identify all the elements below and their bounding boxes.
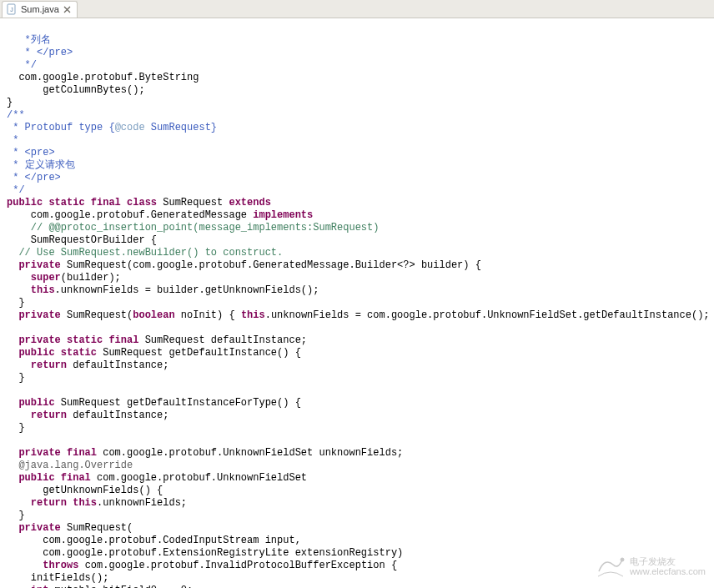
keyword: public static bbox=[7, 347, 103, 359]
keyword: return bbox=[7, 359, 73, 371]
keyword: public bbox=[7, 397, 61, 409]
code-line: SumRequestOrBuilder { bbox=[7, 234, 157, 246]
keyword: this bbox=[241, 309, 265, 321]
keyword: private bbox=[7, 309, 67, 321]
code-text: .unknownFields; bbox=[97, 497, 187, 509]
code-text: SumRequest(com.google.protobuf.Generated… bbox=[67, 259, 481, 271]
annotation: @java.lang.Override bbox=[7, 460, 133, 471]
watermark-icon bbox=[596, 553, 625, 580]
code-text: SumRequest defaultInstance; bbox=[145, 334, 307, 346]
code-line: /** bbox=[7, 109, 25, 121]
svg-point-4 bbox=[621, 558, 624, 561]
keyword: super bbox=[7, 272, 61, 284]
watermark: 电子发烧友 www.elecfans.com bbox=[596, 553, 706, 580]
javadoc-tag: @code bbox=[115, 122, 145, 133]
code-text: .unknownFields = com.google.protobuf.Unk… bbox=[265, 309, 714, 321]
code-text: defaultInstance; bbox=[73, 410, 168, 421]
code-text: SumRequest bbox=[163, 197, 229, 209]
code-line: } bbox=[7, 297, 25, 309]
keyword: extends bbox=[229, 197, 270, 209]
keyword: boolean bbox=[133, 309, 174, 321]
code-comment: // @@protoc_insertion_point(message_impl… bbox=[7, 222, 379, 234]
svg-text:J: J bbox=[10, 7, 13, 13]
code-text: defaultInstance; bbox=[73, 359, 168, 371]
keyword: public static final class bbox=[7, 197, 163, 209]
keyword: return bbox=[7, 410, 73, 421]
close-icon[interactable] bbox=[63, 5, 72, 14]
code-line: initFields(); bbox=[7, 572, 108, 584]
code-line: * bbox=[7, 134, 18, 146]
keyword: return this bbox=[7, 497, 97, 509]
code-text: noInit) { bbox=[175, 309, 241, 321]
code-text: .unknownFields = builder.getUnknownField… bbox=[55, 284, 319, 296]
code-text: com.google.protobuf.UnknownFieldSet unkn… bbox=[103, 447, 403, 459]
code-line: com.google.protobuf.ByteString bbox=[7, 72, 199, 83]
code-line: } bbox=[7, 422, 25, 434]
tab-bar: J Sum.java bbox=[0, 0, 714, 18]
keyword: public final bbox=[7, 472, 97, 484]
keyword: this bbox=[7, 284, 55, 296]
code-text: SumRequest( bbox=[67, 522, 133, 534]
code-text: com.google.protobuf.InvalidProtocolBuffe… bbox=[85, 560, 397, 571]
tab-label: Sum.java bbox=[21, 4, 59, 14]
code-text: ; bbox=[187, 585, 193, 588]
code-text: mutable_bitField0_ = bbox=[55, 585, 181, 588]
code-line: getColumnBytes(); bbox=[7, 84, 145, 96]
code-text: SumRequest( bbox=[67, 309, 133, 321]
keyword: implements bbox=[253, 209, 313, 221]
keyword: private static final bbox=[7, 334, 145, 346]
code-line: } bbox=[7, 97, 13, 108]
code-text: com.google.protobuf.UnknownFieldSet bbox=[97, 472, 307, 484]
code-line: SumRequest} bbox=[145, 122, 217, 133]
tab-sum-java[interactable]: J Sum.java bbox=[2, 1, 78, 18]
code-text: (builder); bbox=[61, 272, 121, 284]
keyword: throws bbox=[7, 560, 85, 571]
code-editor[interactable]: *列名 * </pre> */ com.google.protobuf.Byte… bbox=[0, 18, 714, 588]
code-line: } bbox=[7, 372, 25, 384]
keyword: int bbox=[7, 585, 55, 588]
code-line: com.google.protobuf.CodedInputStream inp… bbox=[7, 535, 301, 546]
watermark-url: www.elecfans.com bbox=[630, 566, 706, 576]
code-line: com.google.protobuf.GeneratedMessage bbox=[7, 209, 253, 221]
code-text: SumRequest getDefaultInstanceForType() { bbox=[61, 397, 301, 409]
code-text: SumRequest getDefaultInstance() { bbox=[103, 347, 301, 359]
keyword: private final bbox=[7, 447, 103, 459]
keyword: private bbox=[7, 259, 67, 271]
number-literal: 0 bbox=[181, 585, 187, 588]
code-line: * <pre> bbox=[7, 147, 55, 158]
code-line: * Protobuf type { bbox=[7, 122, 115, 133]
code-line: * </pre> bbox=[7, 47, 73, 58]
watermark-title: 电子发烧友 bbox=[630, 556, 706, 566]
java-file-icon: J bbox=[6, 3, 18, 15]
keyword: private bbox=[7, 522, 67, 534]
code-line: */ bbox=[7, 59, 37, 71]
code-line: * 定义请求包 bbox=[7, 159, 75, 171]
code-line: */ bbox=[7, 184, 25, 196]
code-line: com.google.protobuf.ExtensionRegistryLit… bbox=[7, 547, 403, 559]
code-line: * </pre> bbox=[7, 172, 61, 183]
code-comment: // Use SumRequest.newBuilder() to constr… bbox=[7, 247, 283, 259]
code-line: *列名 bbox=[7, 34, 51, 46]
code-line: } bbox=[7, 510, 25, 521]
code-line: getUnknownFields() { bbox=[7, 485, 163, 496]
